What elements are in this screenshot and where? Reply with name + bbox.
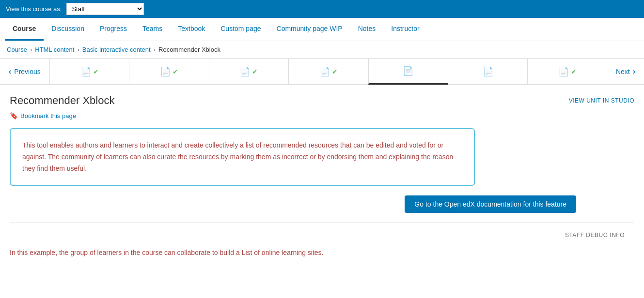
nav-item-4[interactable]: 📄 ✔ — [288, 59, 368, 84]
nav-item-3-inner: 📄 ✔ — [239, 66, 258, 77]
breadcrumb-sep-1: › — [30, 46, 32, 53]
nav-item-5-inner: 📄 — [403, 66, 413, 76]
check-icon-3: ✔ — [252, 68, 258, 75]
tab-textbook[interactable]: Textbook — [170, 18, 213, 41]
unit-nav: ‹ Previous 📄 ✔ 📄 ✔ 📄 ✔ 📄 — [0, 59, 644, 85]
recommender-box: This tool enables authors and learners t… — [10, 128, 475, 186]
prev-chevron-icon: ‹ — [9, 67, 11, 76]
bottom-text: In this example, the group of learners i… — [10, 242, 634, 259]
breadcrumb: Course › HTML content › Basic interactiv… — [0, 41, 644, 59]
check-icon-4: ✔ — [332, 68, 338, 75]
view-as-select[interactable]: Staff Learner — [66, 3, 144, 15]
tab-custom-page[interactable]: Custom page — [213, 18, 268, 41]
page-icon-3: 📄 — [239, 66, 250, 77]
tab-discussion[interactable]: Discussion — [44, 18, 92, 41]
page-icon-5: 📄 — [403, 66, 413, 76]
page-icon-7: 📄 — [558, 66, 569, 77]
button-row: Go to the Open edX documentation for thi… — [10, 195, 634, 218]
breadcrumb-course[interactable]: Course — [7, 46, 27, 53]
check-icon-7: ✔ — [571, 68, 577, 75]
view-as-label: View this course as: — [6, 5, 62, 13]
tab-community-page[interactable]: Community page WIP — [269, 18, 350, 41]
prev-button[interactable]: ‹ Previous — [0, 59, 49, 84]
staff-debug-section: STAFF DEBUG INFO — [10, 223, 634, 242]
bookmark-link[interactable]: 🔖 Bookmark this page — [10, 112, 634, 119]
bookmark-icon: 🔖 — [10, 112, 18, 119]
nav-item-5[interactable]: 📄 — [368, 59, 448, 85]
breadcrumb-current: Recommender Xblock — [158, 46, 220, 53]
nav-item-7-inner: 📄 ✔ — [558, 66, 577, 77]
tab-progress[interactable]: Progress — [92, 18, 135, 41]
tab-course[interactable]: Course — [5, 18, 44, 41]
nav-item-2[interactable]: 📄 ✔ — [129, 59, 208, 84]
next-chevron-icon: › — [633, 67, 635, 76]
page-icon-1: 📄 — [80, 66, 91, 77]
tab-notes[interactable]: Notes — [350, 18, 384, 41]
nav-item-6-inner: 📄 — [483, 66, 493, 77]
breadcrumb-sep-2: › — [77, 46, 79, 53]
staff-debug-link[interactable]: STAFF DEBUG INFO — [565, 232, 625, 238]
bookmark-label: Bookmark this page — [20, 112, 76, 119]
breadcrumb-basic-interactive[interactable]: Basic interactive content — [82, 46, 151, 53]
nav-item-1[interactable]: 📄 ✔ — [49, 59, 129, 84]
doc-button[interactable]: Go to the Open edX documentation for thi… — [405, 195, 576, 213]
tab-teams[interactable]: Teams — [135, 18, 170, 41]
prev-label: Previous — [14, 68, 40, 75]
nav-items: 📄 ✔ 📄 ✔ 📄 ✔ 📄 ✔ — [49, 59, 607, 84]
breadcrumb-html-content[interactable]: HTML content — [35, 46, 74, 53]
nav-item-3[interactable]: 📄 ✔ — [209, 59, 288, 84]
next-label: Next — [616, 68, 630, 75]
page-title: Recommender Xblock — [10, 94, 114, 107]
nav-tabs: Course Discussion Progress Teams Textboo… — [0, 18, 644, 41]
page-icon-4: 📄 — [319, 66, 330, 77]
nav-item-2-inner: 📄 ✔ — [160, 66, 178, 77]
breadcrumb-sep-3: › — [154, 46, 156, 53]
main-content: Recommender Xblock VIEW UNIT IN STUDIO 🔖… — [0, 85, 644, 268]
recommender-text: This tool enables authors and learners t… — [22, 140, 462, 174]
top-bar: View this course as: Staff Learner — [0, 0, 644, 18]
page-icon-6: 📄 — [483, 66, 493, 77]
view-in-studio-link[interactable]: VIEW UNIT IN STUDIO — [569, 94, 634, 104]
tab-instructor[interactable]: Instructor — [383, 18, 427, 41]
nav-item-6[interactable]: 📄 — [448, 59, 527, 84]
next-button[interactable]: Next › — [607, 59, 644, 84]
check-icon-2: ✔ — [173, 68, 178, 75]
check-icon-1: ✔ — [93, 68, 99, 75]
page-icon-2: 📄 — [160, 66, 171, 77]
nav-item-4-inner: 📄 ✔ — [319, 66, 338, 77]
nav-item-1-inner: 📄 ✔ — [80, 66, 99, 77]
content-header: Recommender Xblock VIEW UNIT IN STUDIO — [10, 94, 634, 107]
nav-item-7[interactable]: 📄 ✔ — [527, 59, 607, 84]
